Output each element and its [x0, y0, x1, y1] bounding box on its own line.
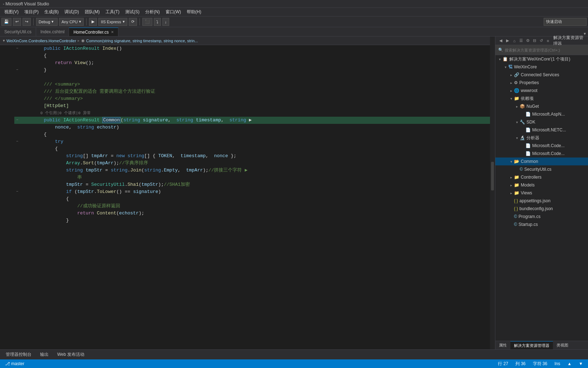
menu-bar: 视图(V) 项目(P) 生成(B) 调试(D) 团队(M) 工具(T) 测试(S…	[0, 8, 588, 16]
tab-indexcshtml-label: Index.cshtml	[40, 29, 64, 34]
tree-appsettings[interactable]: { } appsettings.json	[495, 197, 588, 205]
rb-tab-solution-explorer[interactable]: 解决方案资源管理器	[510, 341, 553, 349]
nav-namespace: WeiXinCore.Controllers.HomeController	[6, 39, 76, 43]
toolbar: 💾 ↩ ↪ Debug ▾ Any CPU ▾ ▶ IIS Express ▾ …	[0, 16, 588, 27]
bottom-tab-output[interactable]: 输出	[37, 351, 52, 358]
tree-bundleconfig[interactable]: { } bundleconfig.json	[495, 205, 588, 213]
code-line: − }	[0, 67, 490, 74]
title-bar: - Microsoft Visual Studio	[0, 0, 588, 8]
tab-homecontroller-label: HomeController.cs	[73, 30, 109, 35]
tree-analyzer[interactable]: ▾ 🔬 分析器	[495, 134, 588, 142]
tree-project[interactable]: ▾ 🏗 WeiXinCore	[495, 63, 588, 71]
code-line: − if (tmpStr.ToLower() == signature)	[0, 188, 490, 195]
menu-window[interactable]: 窗口(W)	[163, 8, 184, 16]
tree-startup[interactable]: © Startup.cs	[495, 221, 588, 228]
tab-indexcshtml[interactable]: Index.cshtml	[36, 28, 69, 36]
rb-tab-properties[interactable]: 属性	[495, 341, 510, 349]
se-filter-btn[interactable]: ≡	[545, 38, 550, 44]
tree-sdk[interactable]: ▾ 🔧 SDK	[495, 118, 588, 126]
scrollbar-thumb[interactable]	[491, 162, 494, 190]
code-line: tmpStr = SecurityUtil.Sha1(tmpStr);//SHA…	[0, 181, 490, 188]
code-line: 串	[0, 174, 490, 181]
status-branch[interactable]: ⎇ master	[3, 361, 26, 366]
tree-pkg-code1[interactable]: 📄 Microsoft.Code...	[495, 142, 588, 150]
toolbar-sep-1	[33, 18, 34, 25]
tree-solution[interactable]: ▾ 📋 解决方案'WeiXinCore'(1 个项目)	[495, 55, 588, 63]
status-row[interactable]: 行 27	[496, 361, 510, 367]
platform-dropdown[interactable]: Any CPU ▾	[59, 18, 84, 26]
tab-securityutil[interactable]: SecurityUtil.cs	[0, 28, 36, 36]
tree-connected-services[interactable]: ▸ 🔗 Connected Services	[495, 71, 588, 79]
se-refresh-btn[interactable]: ↺	[539, 38, 544, 44]
se-settings-btn[interactable]: ⚙	[525, 38, 530, 44]
editor-scrollbar[interactable]	[490, 37, 495, 349]
menu-build[interactable]: 生成(B)	[41, 8, 62, 16]
tree-pkg-netc[interactable]: 📄 Microsoft.NETC...	[495, 126, 588, 134]
run-button[interactable]: ▶	[89, 18, 97, 26]
tab-homecontroller[interactable]: HomeController.cs ✕	[69, 28, 118, 36]
se-forward-btn[interactable]: ▶	[505, 38, 510, 44]
code-line: {	[0, 195, 490, 203]
redo-button[interactable]: ↪	[23, 18, 31, 26]
step-into-button[interactable]: ↓	[162, 18, 170, 26]
se-search-input[interactable]	[505, 48, 585, 52]
menu-test[interactable]: 测试(S)	[122, 8, 142, 16]
tree-pkg-code2[interactable]: 📄 Microsoft.Code...	[495, 150, 588, 158]
run-server-dropdown[interactable]: IIS Express ▾	[98, 18, 127, 26]
menu-team[interactable]: 团队(M)	[82, 8, 103, 16]
tree-models[interactable]: ▸ 📁 Models	[495, 181, 588, 189]
se-collapse-btn[interactable]: ⊟	[532, 38, 537, 44]
save-button[interactable]: 💾	[1, 18, 11, 26]
tree-securityutil[interactable]: © SecurityUtil.cs	[495, 165, 588, 173]
se-home-btn[interactable]: ⌂	[512, 38, 517, 44]
menu-help[interactable]: 帮助(H)	[184, 8, 204, 16]
nav-dropdown-icon[interactable]: ▾	[3, 38, 5, 43]
code-line: {	[0, 131, 490, 138]
status-mode[interactable]: Ins	[552, 361, 562, 366]
status-col[interactable]: 列 36	[513, 361, 528, 367]
tree-controllers[interactable]: ▸ 📁 Controllers	[495, 173, 588, 181]
status-scroll-up[interactable]: ▲	[565, 361, 574, 366]
code-line: Array.Sort(tmpArr);//字典序排序	[0, 160, 490, 167]
tree-nuget[interactable]: ▸ 📦 NuGet	[495, 102, 588, 110]
code-line: {	[0, 52, 490, 59]
refresh-button[interactable]: ⟳	[129, 18, 137, 26]
menu-analyze[interactable]: 分析(N)	[142, 8, 163, 16]
status-scroll-down[interactable]: ▼	[577, 361, 585, 366]
title-text: - Microsoft Visual Studio	[3, 1, 49, 6]
tree-properties[interactable]: ▸ ⚙ Properties	[495, 79, 588, 87]
tree-program[interactable]: © Program.cs	[495, 213, 588, 221]
tree-pkg-aspn[interactable]: 📄 Microsoft.AspN...	[495, 110, 588, 118]
se-view-btn[interactable]: ☰	[518, 38, 524, 44]
breakpoint-button[interactable]: ⬛	[142, 18, 152, 26]
code-line: nonce, string echostr)	[0, 124, 490, 131]
code-editor[interactable]: − public IActionResult Index() { return …	[0, 45, 490, 349]
code-line: /// 后台提交配置的适合 需要调用这个方法进行验证	[0, 88, 490, 95]
tab-bar: SecurityUtil.cs Index.cshtml HomeControl…	[0, 27, 588, 37]
tab-close-icon[interactable]: ✕	[111, 30, 114, 34]
bottom-panel: 管理器控制台 输出 Web 发布活动	[0, 349, 588, 359]
step-over-button[interactable]: ⤵	[154, 18, 161, 26]
nav-location-icon: ◉	[81, 38, 85, 43]
quick-launch[interactable]: 快速启动	[544, 18, 587, 26]
status-char[interactable]: 字符 36	[531, 361, 550, 367]
bottom-tab-console[interactable]: 管理器控制台	[3, 351, 34, 358]
rb-tab-class-view[interactable]: 类视图	[553, 341, 572, 349]
code-line: /// </summary>	[0, 95, 490, 102]
menu-tools[interactable]: 工具(T)	[103, 8, 122, 16]
tree-views[interactable]: ▸ 📁 Views	[495, 189, 588, 197]
bottom-tab-publish[interactable]: Web 发布活动	[54, 351, 87, 358]
tree-deps[interactable]: ▾ 📁 依赖项	[495, 95, 588, 102]
menu-project[interactable]: 项目(P)	[21, 8, 41, 16]
se-back-btn[interactable]: ◀	[498, 38, 504, 44]
debug-mode-dropdown[interactable]: Debug ▾	[36, 18, 58, 26]
nav-bar: ▾ WeiXinCore.Controllers.HomeController …	[0, 37, 490, 45]
tree-wwwroot[interactable]: ▸ 🌐 wwwroot	[495, 87, 588, 95]
undo-button[interactable]: ↩	[13, 18, 21, 26]
code-line: [HttpGet]	[0, 102, 490, 110]
code-line: return Content(echostr);	[0, 210, 490, 217]
menu-view[interactable]: 视图(V)	[1, 8, 21, 16]
tree-common-folder[interactable]: ▾ 📂 Common	[495, 158, 588, 165]
menu-debug[interactable]: 调试(D)	[62, 8, 82, 16]
code-line: }	[0, 217, 490, 224]
